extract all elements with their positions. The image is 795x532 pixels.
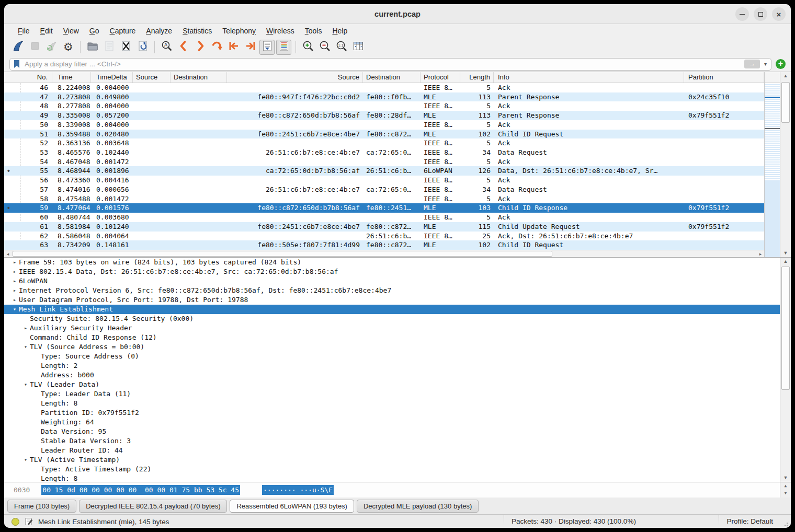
go-to-packet-button[interactable] <box>209 40 224 55</box>
packet-bytes-pane[interactable]: 0030 00 15 0d 00 00 00 00 00 00 00 01 75… <box>4 482 791 498</box>
packet-row[interactable]: 538.4655760.10244026:51:c6:b7:e8:ce:4b:e… <box>4 148 764 157</box>
column-header-no[interactable]: No. <box>4 72 52 83</box>
column-header-info[interactable]: Info <box>494 72 684 83</box>
detail-row[interactable]: Length: 8 <box>4 399 780 408</box>
zoom-out-button[interactable] <box>317 40 332 55</box>
capture-comment-icon[interactable] <box>25 517 33 526</box>
packet-row[interactable]: 628.5860480.00406426:51:c6:b…IEEE 8…25Ac… <box>4 232 764 241</box>
column-header-part[interactable]: Partition <box>684 72 764 83</box>
menu-tools[interactable]: Tools <box>300 24 327 38</box>
column-header-src[interactable]: Source <box>227 72 363 83</box>
packet-row[interactable]: 568.4733600.004416IEEE 8…5Ack <box>4 176 764 185</box>
menu-edit[interactable]: Edit <box>35 24 58 38</box>
vscroll-up-arrow-icon[interactable]: ▲ <box>780 72 791 80</box>
menu-telephony[interactable]: Telephony <box>217 24 261 38</box>
packet-row[interactable]: 508.3390080.004000IEEE 8…5Ack <box>4 120 764 130</box>
detail-row[interactable]: Data Version: 95 <box>4 427 780 436</box>
packet-row[interactable]: 528.3631360.003648IEEE 8…5Ack <box>4 138 764 148</box>
resize-grip[interactable] <box>784 521 789 526</box>
start-capture-button[interactable] <box>10 40 26 55</box>
close-button[interactable]: × <box>772 7 786 21</box>
column-header-len[interactable]: Length <box>460 72 494 83</box>
packet-row[interactable]: 608.4807440.003680IEEE 8…5Ack <box>4 213 764 222</box>
hscroll-left-arrow-icon[interactable]: ◂ <box>4 250 12 258</box>
expander-open-icon[interactable]: ▾ <box>21 455 30 465</box>
menu-help[interactable]: Help <box>327 24 353 38</box>
packet-row[interactable]: 488.2778080.004000IEEE 8…5Ack <box>4 101 764 111</box>
vscroll-thumb[interactable] <box>781 82 790 123</box>
zoom-in-button[interactable] <box>300 40 315 55</box>
intelligent-scrollbar[interactable] <box>764 72 780 257</box>
column-header-dst[interactable]: Destination <box>363 72 421 83</box>
packet-row[interactable]: 638.7342090.148161fe80::505e:f807:7f81:4… <box>4 240 764 250</box>
menu-view[interactable]: View <box>58 24 84 38</box>
go-previous-button[interactable] <box>176 40 191 55</box>
close-file-button[interactable] <box>118 40 133 55</box>
expander-open-icon[interactable]: ▾ <box>10 305 19 314</box>
menu-go[interactable]: Go <box>84 24 105 38</box>
colorize-button[interactable] <box>276 40 291 55</box>
intelligent-scrollbar-map[interactable] <box>765 83 780 257</box>
packet-list-hscrollbar[interactable]: ◂ ▸ <box>4 250 764 257</box>
detail-row[interactable]: Weighting: 64 <box>4 418 780 427</box>
expander-closed-icon[interactable]: ▸ <box>10 258 19 267</box>
detail-row[interactable]: Length: 2 <box>4 361 780 371</box>
display-filter-input[interactable] <box>24 60 741 68</box>
expander-open-icon[interactable]: ▾ <box>21 342 30 352</box>
menu-file[interactable]: File <box>13 24 35 38</box>
detail-row[interactable]: Type: Source Address (0) <box>4 352 780 361</box>
expander-closed-icon[interactable]: ▸ <box>10 295 19 305</box>
filter-dropdown-caret[interactable]: ▾ <box>763 61 768 67</box>
byte-tab[interactable]: Reassembled 6LoWPAN (193 bytes) <box>230 500 354 513</box>
packet-row[interactable]: 498.3350080.057200fe80::c872:650d:b7b8:5… <box>4 111 764 120</box>
detail-row[interactable]: Security Suite: 802.15.4 Security (0x00) <box>4 314 780 323</box>
detail-row[interactable]: Type: Leader Data (11) <box>4 389 780 399</box>
column-header-time[interactable]: Time <box>52 72 91 83</box>
apply-filter-button[interactable]: → <box>744 60 760 68</box>
open-file-button[interactable] <box>85 40 100 55</box>
auto-scroll-button[interactable] <box>259 40 275 55</box>
column-header-src1[interactable]: Source <box>133 72 171 83</box>
bookmark-icon[interactable] <box>13 60 20 68</box>
detail-row[interactable]: Command: Child ID Response (12) <box>4 333 780 342</box>
expander-closed-icon[interactable]: ▸ <box>21 323 30 333</box>
go-next-button[interactable] <box>192 40 208 55</box>
details-vscroll-thumb[interactable] <box>781 267 790 390</box>
packet-row[interactable]: 548.4670480.001472IEEE 8…5Ack <box>4 157 764 167</box>
resize-columns-button[interactable] <box>350 40 366 55</box>
status-profile[interactable]: Profile: Default <box>719 515 773 528</box>
expander-open-icon[interactable]: ▾ <box>21 380 30 389</box>
packet-row[interactable]: 478.2738080.049800fe80::947f:f476:22bc:c… <box>4 92 764 102</box>
detail-row[interactable]: Leader Router ID: 44 <box>4 446 780 455</box>
packet-row[interactable]: 468.2240080.004000IEEE 8…5Ack <box>4 83 764 92</box>
detail-row[interactable]: ▾TLV (Source Address = b0:00) <box>4 342 780 352</box>
display-filter-field[interactable]: → ▾ <box>9 58 771 71</box>
packet-row[interactable]: 578.4740160.00065626:51:c6:b7:e8:ce:4b:e… <box>4 185 764 194</box>
maximize-button[interactable] <box>754 7 767 21</box>
hex-ascii-selected[interactable]: ········ ···u·S\E <box>262 485 334 495</box>
bytes-vscrollbar[interactable]: ▲▼ <box>780 482 791 498</box>
packet-row[interactable]: 588.4754880.001472IEEE 8…5Ack <box>4 194 764 204</box>
hscroll-thumb[interactable] <box>13 251 552 257</box>
vscroll-down-arrow-icon[interactable]: ▼ <box>780 249 791 257</box>
byte-tab[interactable]: Decrypted MLE payload (130 bytes) <box>357 500 479 513</box>
packet-row[interactable]: 518.3594880.020480fe80::2451:c6b7:e8ce:4… <box>4 130 764 139</box>
zoom-original-button[interactable]: 1:1 <box>334 40 349 55</box>
detail-row[interactable]: Type: Active Timestamp (22) <box>4 465 780 474</box>
detail-row[interactable]: ▾TLV (Active Timestamp) <box>4 455 780 465</box>
packet-list-vscrollbar[interactable]: ▲ ▼ <box>780 72 791 257</box>
column-header-dst1[interactable]: Destination <box>171 72 227 83</box>
packet-row[interactable]: ◆558.4689440.001896ca:72:65:0d:b7:b8:56:… <box>4 166 764 176</box>
detail-row[interactable]: Address: b000 <box>4 371 780 380</box>
reload-file-button[interactable] <box>135 40 150 55</box>
packet-row[interactable]: ◆598.4770640.001576fe80::c872:650d:b7b8:… <box>4 203 764 213</box>
hscroll-right-arrow-icon[interactable]: ▸ <box>757 250 764 258</box>
packet-row[interactable]: 618.5819840.101240fe80::2451:c6b7:e8ce:4… <box>4 222 764 232</box>
detail-row[interactable]: ▸User Datagram Protocol, Src Port: 19788… <box>4 295 780 305</box>
details-vscroll-down-icon[interactable]: ▼ <box>780 474 791 482</box>
menu-capture[interactable]: Capture <box>105 24 141 38</box>
menu-analyze[interactable]: Analyze <box>141 24 177 38</box>
menu-wireless[interactable]: Wireless <box>261 24 300 38</box>
go-first-button[interactable] <box>226 40 241 55</box>
add-filter-button[interactable]: + <box>776 59 786 69</box>
